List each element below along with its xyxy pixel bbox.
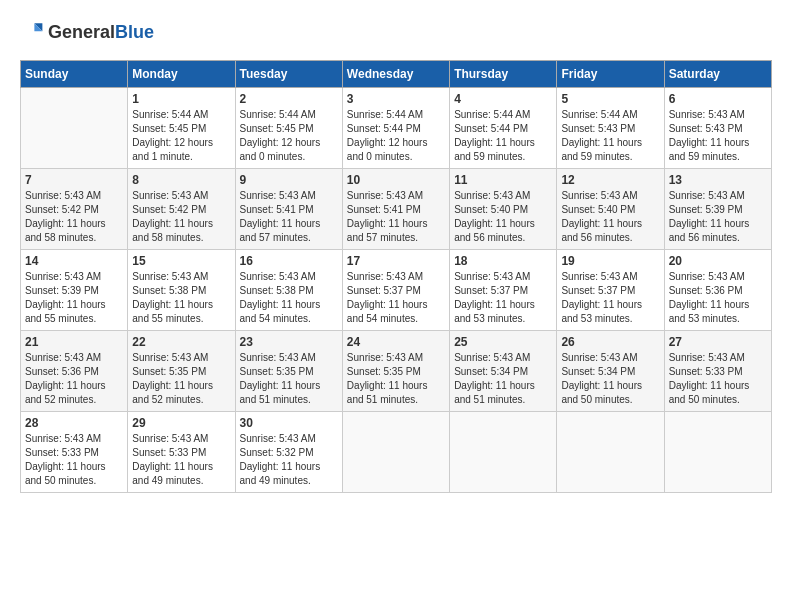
day-info: Sunrise: 5:43 AMSunset: 5:38 PMDaylight:… <box>132 270 230 326</box>
calendar-cell: 5Sunrise: 5:44 AMSunset: 5:43 PMDaylight… <box>557 88 664 169</box>
calendar-cell: 20Sunrise: 5:43 AMSunset: 5:36 PMDayligh… <box>664 250 771 331</box>
day-number: 8 <box>132 173 230 187</box>
day-info: Sunrise: 5:43 AMSunset: 5:41 PMDaylight:… <box>347 189 445 245</box>
column-header-wednesday: Wednesday <box>342 61 449 88</box>
day-number: 21 <box>25 335 123 349</box>
day-info: Sunrise: 5:44 AMSunset: 5:44 PMDaylight:… <box>347 108 445 164</box>
calendar-cell <box>21 88 128 169</box>
calendar-cell: 15Sunrise: 5:43 AMSunset: 5:38 PMDayligh… <box>128 250 235 331</box>
day-info: Sunrise: 5:43 AMSunset: 5:38 PMDaylight:… <box>240 270 338 326</box>
day-number: 30 <box>240 416 338 430</box>
day-number: 13 <box>669 173 767 187</box>
day-info: Sunrise: 5:43 AMSunset: 5:36 PMDaylight:… <box>669 270 767 326</box>
day-info: Sunrise: 5:43 AMSunset: 5:34 PMDaylight:… <box>454 351 552 407</box>
day-number: 22 <box>132 335 230 349</box>
calendar-cell <box>664 412 771 493</box>
day-info: Sunrise: 5:44 AMSunset: 5:45 PMDaylight:… <box>132 108 230 164</box>
day-number: 17 <box>347 254 445 268</box>
calendar-cell: 9Sunrise: 5:43 AMSunset: 5:41 PMDaylight… <box>235 169 342 250</box>
day-number: 23 <box>240 335 338 349</box>
column-header-saturday: Saturday <box>664 61 771 88</box>
day-info: Sunrise: 5:43 AMSunset: 5:42 PMDaylight:… <box>25 189 123 245</box>
day-number: 20 <box>669 254 767 268</box>
day-number: 10 <box>347 173 445 187</box>
day-info: Sunrise: 5:43 AMSunset: 5:34 PMDaylight:… <box>561 351 659 407</box>
calendar-cell: 22Sunrise: 5:43 AMSunset: 5:35 PMDayligh… <box>128 331 235 412</box>
calendar-cell: 10Sunrise: 5:43 AMSunset: 5:41 PMDayligh… <box>342 169 449 250</box>
day-number: 11 <box>454 173 552 187</box>
day-info: Sunrise: 5:43 AMSunset: 5:39 PMDaylight:… <box>25 270 123 326</box>
day-number: 25 <box>454 335 552 349</box>
column-header-tuesday: Tuesday <box>235 61 342 88</box>
column-header-sunday: Sunday <box>21 61 128 88</box>
day-info: Sunrise: 5:43 AMSunset: 5:37 PMDaylight:… <box>561 270 659 326</box>
day-number: 18 <box>454 254 552 268</box>
calendar-cell: 7Sunrise: 5:43 AMSunset: 5:42 PMDaylight… <box>21 169 128 250</box>
day-number: 28 <box>25 416 123 430</box>
calendar-cell: 26Sunrise: 5:43 AMSunset: 5:34 PMDayligh… <box>557 331 664 412</box>
calendar-cell: 1Sunrise: 5:44 AMSunset: 5:45 PMDaylight… <box>128 88 235 169</box>
day-info: Sunrise: 5:43 AMSunset: 5:32 PMDaylight:… <box>240 432 338 488</box>
calendar-cell: 3Sunrise: 5:44 AMSunset: 5:44 PMDaylight… <box>342 88 449 169</box>
calendar-cell: 27Sunrise: 5:43 AMSunset: 5:33 PMDayligh… <box>664 331 771 412</box>
calendar-cell: 23Sunrise: 5:43 AMSunset: 5:35 PMDayligh… <box>235 331 342 412</box>
calendar-cell: 21Sunrise: 5:43 AMSunset: 5:36 PMDayligh… <box>21 331 128 412</box>
calendar-cell: 4Sunrise: 5:44 AMSunset: 5:44 PMDaylight… <box>450 88 557 169</box>
logo-icon <box>20 20 44 44</box>
calendar-cell: 8Sunrise: 5:43 AMSunset: 5:42 PMDaylight… <box>128 169 235 250</box>
day-info: Sunrise: 5:44 AMSunset: 5:45 PMDaylight:… <box>240 108 338 164</box>
day-info: Sunrise: 5:43 AMSunset: 5:40 PMDaylight:… <box>561 189 659 245</box>
calendar-cell: 28Sunrise: 5:43 AMSunset: 5:33 PMDayligh… <box>21 412 128 493</box>
calendar-cell: 16Sunrise: 5:43 AMSunset: 5:38 PMDayligh… <box>235 250 342 331</box>
day-info: Sunrise: 5:43 AMSunset: 5:33 PMDaylight:… <box>25 432 123 488</box>
day-number: 1 <box>132 92 230 106</box>
day-info: Sunrise: 5:43 AMSunset: 5:35 PMDaylight:… <box>347 351 445 407</box>
calendar-cell: 6Sunrise: 5:43 AMSunset: 5:43 PMDaylight… <box>664 88 771 169</box>
calendar-cell <box>342 412 449 493</box>
day-number: 9 <box>240 173 338 187</box>
day-number: 19 <box>561 254 659 268</box>
column-header-monday: Monday <box>128 61 235 88</box>
calendar-cell: 25Sunrise: 5:43 AMSunset: 5:34 PMDayligh… <box>450 331 557 412</box>
day-info: Sunrise: 5:43 AMSunset: 5:40 PMDaylight:… <box>454 189 552 245</box>
day-info: Sunrise: 5:43 AMSunset: 5:41 PMDaylight:… <box>240 189 338 245</box>
day-number: 6 <box>669 92 767 106</box>
calendar-cell: 29Sunrise: 5:43 AMSunset: 5:33 PMDayligh… <box>128 412 235 493</box>
calendar-cell <box>450 412 557 493</box>
day-info: Sunrise: 5:43 AMSunset: 5:39 PMDaylight:… <box>669 189 767 245</box>
day-number: 29 <box>132 416 230 430</box>
day-number: 7 <box>25 173 123 187</box>
column-header-friday: Friday <box>557 61 664 88</box>
day-info: Sunrise: 5:43 AMSunset: 5:36 PMDaylight:… <box>25 351 123 407</box>
day-number: 12 <box>561 173 659 187</box>
calendar-table: SundayMondayTuesdayWednesdayThursdayFrid… <box>20 60 772 493</box>
calendar-cell: 12Sunrise: 5:43 AMSunset: 5:40 PMDayligh… <box>557 169 664 250</box>
day-number: 2 <box>240 92 338 106</box>
day-info: Sunrise: 5:44 AMSunset: 5:44 PMDaylight:… <box>454 108 552 164</box>
day-info: Sunrise: 5:43 AMSunset: 5:35 PMDaylight:… <box>240 351 338 407</box>
logo-text: GeneralBlue <box>48 22 154 43</box>
day-number: 24 <box>347 335 445 349</box>
page-header: GeneralBlue <box>20 20 772 44</box>
logo: GeneralBlue <box>20 20 154 44</box>
day-number: 4 <box>454 92 552 106</box>
day-info: Sunrise: 5:43 AMSunset: 5:33 PMDaylight:… <box>132 432 230 488</box>
column-header-thursday: Thursday <box>450 61 557 88</box>
calendar-cell: 11Sunrise: 5:43 AMSunset: 5:40 PMDayligh… <box>450 169 557 250</box>
calendar-cell: 19Sunrise: 5:43 AMSunset: 5:37 PMDayligh… <box>557 250 664 331</box>
calendar-cell: 30Sunrise: 5:43 AMSunset: 5:32 PMDayligh… <box>235 412 342 493</box>
day-number: 27 <box>669 335 767 349</box>
day-info: Sunrise: 5:43 AMSunset: 5:33 PMDaylight:… <box>669 351 767 407</box>
calendar-cell: 13Sunrise: 5:43 AMSunset: 5:39 PMDayligh… <box>664 169 771 250</box>
day-info: Sunrise: 5:44 AMSunset: 5:43 PMDaylight:… <box>561 108 659 164</box>
day-info: Sunrise: 5:43 AMSunset: 5:43 PMDaylight:… <box>669 108 767 164</box>
calendar-cell: 24Sunrise: 5:43 AMSunset: 5:35 PMDayligh… <box>342 331 449 412</box>
day-number: 15 <box>132 254 230 268</box>
day-number: 26 <box>561 335 659 349</box>
day-number: 16 <box>240 254 338 268</box>
calendar-cell <box>557 412 664 493</box>
day-info: Sunrise: 5:43 AMSunset: 5:37 PMDaylight:… <box>347 270 445 326</box>
calendar-cell: 18Sunrise: 5:43 AMSunset: 5:37 PMDayligh… <box>450 250 557 331</box>
day-number: 14 <box>25 254 123 268</box>
day-info: Sunrise: 5:43 AMSunset: 5:37 PMDaylight:… <box>454 270 552 326</box>
